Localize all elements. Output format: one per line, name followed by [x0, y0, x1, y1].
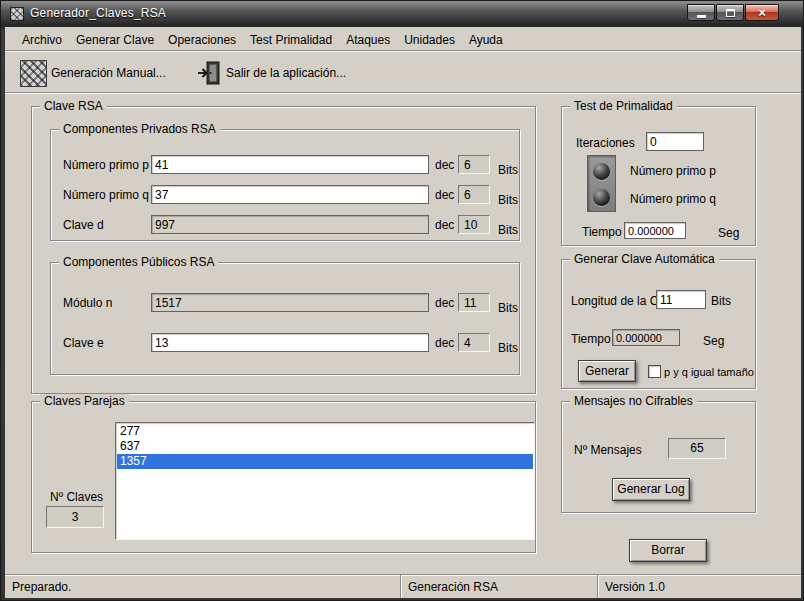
group-mensajes-no-cifrables: Mensajes no Cifrables Nº Mensajes 65 Gen… [561, 401, 756, 513]
bits-label: Bits [498, 223, 518, 237]
dec-label: dec [435, 188, 454, 202]
titlebar[interactable]: Generador_Claves_RSA × [1, 1, 803, 27]
menu-ataques[interactable]: Ataques [339, 31, 397, 49]
dec-label: dec [435, 296, 454, 310]
dec-label: dec [435, 218, 454, 232]
menu-operaciones[interactable]: Operaciones [161, 31, 243, 49]
p-q-igual-checkbox[interactable] [648, 365, 661, 378]
list-item[interactable]: 277 [117, 424, 533, 439]
maximize-icon [726, 9, 735, 17]
claves-parejas-listbox[interactable]: 277 637 1357 [115, 422, 535, 540]
num-mensajes-value: 65 [668, 438, 726, 459]
clave-d-label: Clave d [63, 218, 104, 232]
numero-primo-q-input[interactable] [151, 185, 429, 204]
minimize-button[interactable] [687, 4, 715, 21]
led-p-label: Número primo p [630, 164, 716, 178]
bits-e-value: 4 [458, 333, 490, 352]
bits-p-value: 6 [458, 155, 490, 174]
bits-label: Bits [711, 294, 731, 308]
toolbar-generacion-manual-label: Generación Manual... [51, 66, 166, 80]
led-q-label: Número primo q [630, 192, 716, 206]
longitud-clave-input[interactable] [656, 290, 706, 309]
bits-label: Bits [498, 193, 518, 207]
group-componentes-publicos: Componentes Públicos RSA Módulo n dec 11… [50, 262, 520, 375]
menu-generar-clave[interactable]: Generar Clave [69, 31, 161, 49]
status-center: Generación RSA [401, 575, 598, 598]
app-icon [10, 7, 24, 21]
group-generar-automatica: Generar Clave Automática Longitud de la … [561, 259, 756, 389]
num-mensajes-label: Nº Mensajes [574, 443, 642, 457]
statusbar: Preparado. Generación RSA Versión 1.0 [5, 574, 801, 598]
group-componentes-publicos-title: Componentes Públicos RSA [59, 255, 218, 269]
dec-label: dec [435, 158, 454, 172]
exit-door-icon [196, 60, 222, 86]
status-left: Preparado. [5, 575, 401, 598]
menu-test-primalidad[interactable]: Test Primalidad [243, 31, 339, 49]
group-test-primalidad-title: Test de Primalidad [570, 99, 677, 113]
list-item-selected[interactable]: 1357 [117, 454, 533, 469]
toolbar: Generación Manual... Salir de la aplicac… [5, 50, 801, 93]
window-controls: × [686, 4, 779, 21]
clave-d-input [151, 215, 429, 234]
menu-unidades[interactable]: Unidades [397, 31, 462, 49]
modulo-n-input [151, 293, 429, 312]
seg-label: Seg [703, 334, 724, 348]
led-panel [587, 155, 616, 212]
group-clave-rsa: Clave RSA Componentes Privados RSA Númer… [31, 106, 536, 394]
toolbar-generacion-manual-button[interactable]: Generación Manual... [17, 58, 169, 88]
seg-label: Seg [718, 226, 739, 240]
menubar: Archivo Generar Clave Operaciones Test P… [5, 30, 801, 50]
group-test-primalidad: Test de Primalidad Iteraciones Número pr… [561, 106, 756, 246]
menu-ayuda[interactable]: Ayuda [462, 31, 510, 49]
bits-n-value: 11 [458, 293, 490, 312]
numero-primo-p-input[interactable] [151, 155, 429, 174]
p-q-igual-label: p y q igual tamaño [664, 366, 754, 378]
bits-label: Bits [498, 341, 518, 355]
client-area: Archivo Generar Clave Operaciones Test P… [5, 27, 801, 598]
manual-generation-icon [20, 60, 47, 87]
menu-archivo[interactable]: Archivo [15, 31, 69, 49]
generar-button[interactable]: Generar [578, 360, 636, 382]
group-claves-parejas: Claves Parejas 277 637 1357 Nº Claves 3 [31, 401, 536, 553]
numero-primo-q-label: Número primo q [63, 188, 149, 202]
close-button[interactable]: × [745, 4, 779, 21]
toolbar-salir-label: Salir de la aplicación... [226, 66, 346, 80]
tiempo-label: Tiempo [582, 225, 622, 239]
generar-log-button[interactable]: Generar Log [612, 478, 690, 501]
group-generar-automatica-title: Generar Clave Automática [570, 252, 719, 266]
iteraciones-label: Iteraciones [576, 136, 635, 150]
clave-e-label: Clave e [63, 336, 104, 350]
numero-primo-p-label: Número primo p [63, 158, 149, 172]
bits-q-value: 6 [458, 185, 490, 204]
toolbar-salir-button[interactable]: Salir de la aplicación... [193, 58, 349, 88]
iteraciones-input[interactable] [646, 132, 704, 151]
group-claves-parejas-title: Claves Parejas [40, 394, 129, 408]
maximize-button[interactable] [716, 4, 744, 21]
led-prime-p-indicator [593, 163, 610, 180]
dec-label: dec [435, 336, 454, 350]
tiempo-auto-input [612, 329, 680, 346]
minimize-icon [697, 15, 706, 18]
num-claves-label: Nº Claves [50, 490, 103, 504]
group-clave-rsa-title: Clave RSA [40, 99, 107, 113]
tiempo-test-input [624, 222, 686, 239]
bits-label: Bits [498, 301, 518, 315]
modulo-n-label: Módulo n [63, 296, 112, 310]
bits-label: Bits [498, 163, 518, 177]
window-title: Generador_Claves_RSA [30, 6, 166, 20]
list-item[interactable]: 637 [117, 439, 533, 454]
group-componentes-privados-title: Componentes Privados RSA [59, 122, 220, 136]
group-componentes-privados: Componentes Privados RSA Número primo p … [50, 129, 520, 241]
borrar-button[interactable]: Borrar [629, 539, 707, 562]
led-prime-q-indicator [593, 189, 610, 206]
bits-d-value: 10 [458, 215, 490, 234]
tiempo-auto-label: Tiempo [571, 332, 611, 346]
group-mensajes-title: Mensajes no Cifrables [570, 394, 697, 408]
status-right: Versión 1.0 [598, 575, 801, 598]
app-window: Generador_Claves_RSA × Archivo Generar C… [0, 0, 804, 601]
clave-e-input[interactable] [151, 333, 429, 352]
num-claves-value: 3 [46, 506, 104, 528]
close-icon: × [758, 6, 766, 19]
